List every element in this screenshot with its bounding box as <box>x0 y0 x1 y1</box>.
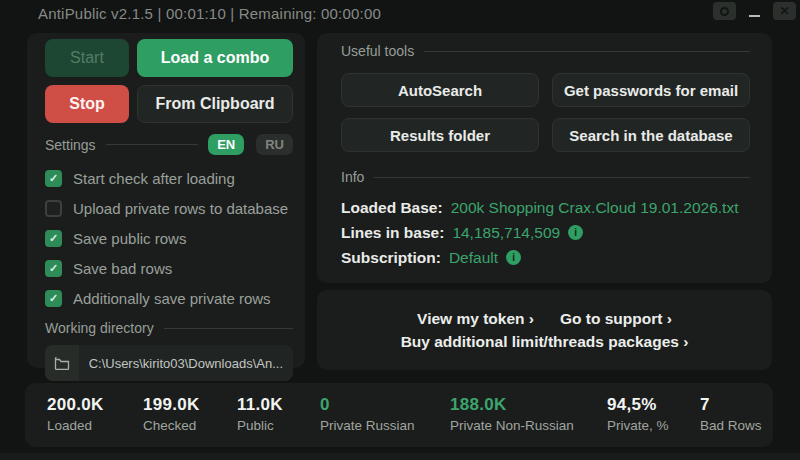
stat-checked: 199.0K Checked <box>143 395 200 433</box>
load-combo-button[interactable]: Load a combo <box>137 39 293 77</box>
folder-icon-box <box>45 345 79 381</box>
stat-value: 7 <box>700 395 762 415</box>
checkbox-label: Upload private rows to database <box>73 200 288 217</box>
checkbox-icon[interactable] <box>45 290 62 307</box>
stat-bad-rows: 7 Bad Rows <box>700 395 762 433</box>
app-window: { "titlebar": { "title": "AntiPublic v2.… <box>0 0 800 460</box>
info-icon[interactable]: i <box>506 250 521 265</box>
stat-value: 94,5% <box>607 395 669 415</box>
checkbox-start-check-after-loading[interactable]: Start check after loading <box>45 163 293 193</box>
window-controls: ✕ <box>713 2 796 20</box>
settings-header: Settings EN RU <box>45 134 293 155</box>
checkbox-label: Start check after loading <box>73 170 235 187</box>
autosearch-button[interactable]: AutoSearch <box>341 73 539 107</box>
stat-label: Bad Rows <box>700 418 762 433</box>
stat-value: 199.0K <box>143 395 200 415</box>
tools-info-panel: Useful tools AutoSearch Get passwords fo… <box>317 33 772 283</box>
window-title: AntiPublic v2.1.5 | 00:01:10 | Remaining… <box>38 5 381 22</box>
stop-button[interactable]: Stop <box>45 85 129 123</box>
control-panel: Start Load a combo Stop From Clipboard S… <box>27 33 305 368</box>
stat-label: Private Russian <box>320 418 415 433</box>
stat-private-russian: 0 Private Russian <box>320 395 415 433</box>
useful-tools-header: Useful tools <box>341 43 750 59</box>
links-panel: View my token › Go to support › Buy addi… <box>317 290 772 370</box>
stat-private-percent: 94,5% Private, % <box>607 395 669 433</box>
stat-label: Checked <box>143 418 200 433</box>
start-button[interactable]: Start <box>45 39 129 77</box>
stat-private-non-russian: 188.0K Private Non-Russian <box>450 395 574 433</box>
working-directory-label: Working directory <box>45 320 154 336</box>
checkbox-label: Save public rows <box>73 230 186 247</box>
working-directory-input[interactable]: C:\Users\kirito03\Downloads\An... <box>45 345 293 381</box>
stat-value: 188.0K <box>450 395 574 415</box>
links-line-2: Buy additional limit/threads packages › <box>401 333 689 351</box>
stat-value: 0 <box>320 395 415 415</box>
tools-grid: AutoSearch Get passwords for email Resul… <box>341 73 750 152</box>
subscription-value: Default <box>449 249 498 267</box>
settings-checkbox-list: Start check after loading Upload private… <box>45 163 293 313</box>
support-link[interactable]: Go to support › <box>560 310 672 328</box>
language-en-toggle[interactable]: EN <box>208 134 244 155</box>
info-icon[interactable]: i <box>568 225 583 240</box>
divider <box>424 51 750 52</box>
info-rows: Loaded Base: 200k Shopping Crax.Cloud 19… <box>341 195 750 270</box>
close-button[interactable]: ✕ <box>773 2 796 20</box>
stat-loaded: 200.0K Loaded <box>47 395 104 433</box>
info-label: Info <box>341 169 364 185</box>
links-line-1: View my token › Go to support › <box>417 310 672 328</box>
checkbox-icon[interactable] <box>45 170 62 187</box>
stat-value: 11.0K <box>237 395 283 415</box>
get-passwords-button[interactable]: Get passwords for email <box>552 73 750 107</box>
close-icon: ✕ <box>779 5 789 17</box>
stat-label: Public <box>237 418 283 433</box>
settings-label: Settings <box>45 137 96 153</box>
loaded-base-label: Loaded Base: <box>341 199 443 217</box>
stat-label: Private, % <box>607 418 669 433</box>
window-bottom-edge <box>0 453 800 460</box>
view-token-link[interactable]: View my token › <box>417 310 534 328</box>
stats-bar: 200.0K Loaded 199.0K Checked 11.0K Publi… <box>25 383 773 447</box>
checkbox-icon[interactable] <box>45 230 62 247</box>
stat-value: 200.0K <box>47 395 104 415</box>
minimize-icon <box>749 15 760 17</box>
circle-button[interactable] <box>713 2 736 20</box>
checkbox-icon[interactable] <box>45 260 62 277</box>
folder-icon <box>54 357 70 370</box>
subscription-label: Subscription: <box>341 249 441 267</box>
loaded-base-value: 200k Shopping Crax.Cloud 19.01.2026.txt <box>451 199 739 217</box>
from-clipboard-button[interactable]: From Clipboard <box>137 85 293 123</box>
buy-packages-link[interactable]: Buy additional limit/threads packages › <box>401 333 689 351</box>
minimize-button[interactable] <box>743 2 766 20</box>
results-folder-button[interactable]: Results folder <box>341 118 539 152</box>
lines-in-base-row: Lines in base: 14,185,714,509 i <box>341 220 750 245</box>
checkbox-label: Save bad rows <box>73 260 172 277</box>
checkbox-save-public-rows[interactable]: Save public rows <box>45 223 293 253</box>
checkbox-label: Additionally save private rows <box>73 290 271 307</box>
checkbox-icon[interactable] <box>45 200 62 217</box>
loaded-base-row: Loaded Base: 200k Shopping Crax.Cloud 19… <box>341 195 750 220</box>
checkbox-save-bad-rows[interactable]: Save bad rows <box>45 253 293 283</box>
titlebar: AntiPublic v2.1.5 | 00:01:10 | Remaining… <box>0 0 800 26</box>
checkbox-additionally-save-private-rows[interactable]: Additionally save private rows <box>45 283 293 313</box>
stat-label: Private Non-Russian <box>450 418 574 433</box>
divider <box>374 177 750 178</box>
search-database-button[interactable]: Search in the database <box>552 118 750 152</box>
language-ru-toggle[interactable]: RU <box>256 134 293 155</box>
lines-in-base-value: 14,185,714,509 <box>452 224 560 242</box>
divider <box>164 328 293 329</box>
lines-in-base-label: Lines in base: <box>341 224 444 242</box>
checkbox-upload-private-rows[interactable]: Upload private rows to database <box>45 193 293 223</box>
useful-tools-label: Useful tools <box>341 43 414 59</box>
working-directory-path: C:\Users\kirito03\Downloads\An... <box>79 345 293 381</box>
info-header: Info <box>341 169 750 185</box>
stat-public: 11.0K Public <box>237 395 283 433</box>
divider <box>106 144 199 145</box>
subscription-row: Subscription: Default i <box>341 245 750 270</box>
circle-icon <box>720 7 729 16</box>
stat-label: Loaded <box>47 418 104 433</box>
working-directory-header: Working directory <box>45 320 293 336</box>
